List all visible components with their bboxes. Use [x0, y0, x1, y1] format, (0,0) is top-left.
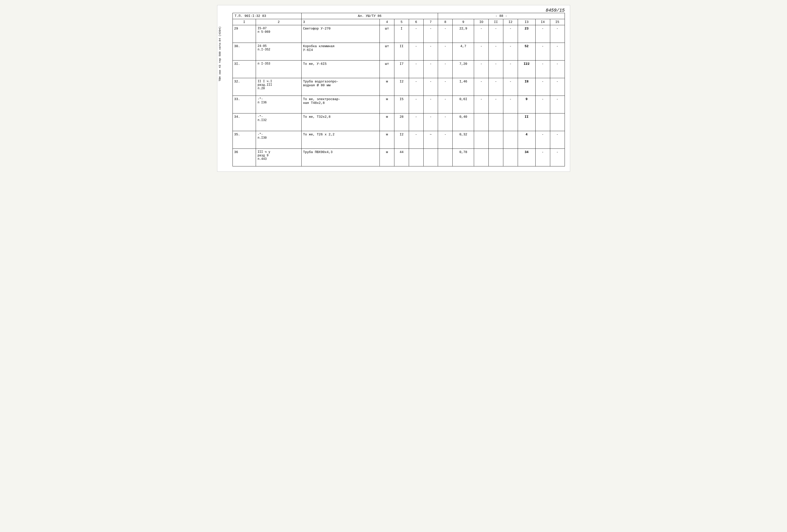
row-cell-7: -: [423, 61, 438, 78]
side-label: ТВН зак 43 тир 500 хата-84 (4394): [217, 25, 222, 82]
row-cell-15: -: [550, 149, 565, 166]
row-cell-4: шт: [380, 43, 395, 61]
row-cell-13: 9: [518, 96, 535, 113]
row-cell-15: -: [550, 78, 565, 96]
row-cell-6: -: [409, 25, 423, 43]
row-name: То же, У-6I5: [301, 61, 380, 78]
row-name: То же, Т26 х 2,2: [301, 131, 380, 149]
row-number: 29: [233, 25, 256, 43]
row-cell-10: [474, 149, 489, 166]
row-cell-7: ~: [423, 131, 438, 149]
row-code: 24-05 п.I-352: [256, 43, 301, 61]
row-cell-9: I,46: [453, 78, 474, 96]
row-cell-10: -: [474, 25, 489, 43]
row-cell-5: 28: [395, 113, 409, 131]
row-cell-13: 23: [518, 25, 535, 43]
row-cell-14: -: [535, 96, 550, 113]
row-cell-6: -: [409, 113, 423, 131]
row-cell-11: [489, 131, 503, 149]
row-cell-4: м: [380, 149, 395, 166]
row-cell-4: шт: [380, 25, 395, 43]
row-cell-7: -: [423, 43, 438, 61]
row-cell-12: -: [503, 25, 518, 43]
col-header-2: 2: [256, 19, 301, 25]
row-code: -"- п.I30: [256, 131, 301, 149]
row-cell-14: -: [535, 149, 550, 166]
row-cell-10: [474, 113, 489, 131]
row-cell-9: 22,9: [453, 25, 474, 43]
row-cell-15: -: [550, 25, 565, 43]
row-cell-12: -: [503, 61, 518, 78]
col-header-12: I2: [503, 19, 518, 25]
row-cell-10: -: [474, 61, 489, 78]
row-cell-11: -: [489, 96, 503, 113]
header-col2: Ал. УШ/ТУ 86: [301, 13, 438, 19]
row-cell-5: I2: [395, 131, 409, 149]
row-cell-12: [503, 131, 518, 149]
row-cell-6: -: [409, 61, 423, 78]
row-cell-11: -: [489, 43, 503, 61]
row-cell-11: [489, 113, 503, 131]
row-cell-10: -: [474, 96, 489, 113]
page-number: 8459/15: [546, 8, 565, 13]
row-cell-5: I2: [395, 78, 409, 96]
row-number: 3I.: [233, 61, 256, 78]
row-cell-15: -: [550, 43, 565, 61]
col-header-14: I4: [535, 19, 550, 25]
page-container: 8459/15 ТВН зак 43 тир 500 хата-84 (4394…: [217, 5, 570, 172]
row-cell-9: 7,20: [453, 61, 474, 78]
row-cell-8: -: [438, 25, 453, 43]
row-number: 35.: [233, 131, 256, 149]
row-cell-9: 0,6I: [453, 96, 474, 113]
row-cell-4: м: [380, 78, 395, 96]
row-cell-12: -: [503, 43, 518, 61]
row-cell-5: I7: [395, 61, 409, 78]
col-header-13: I3: [518, 19, 535, 25]
row-cell-11: -: [489, 61, 503, 78]
table-row: 29I5-07 п 5-069Светофор У-270штI---22,9-…: [233, 25, 565, 43]
row-cell-8: -: [438, 78, 453, 96]
row-cell-6: -: [409, 131, 423, 149]
header-col1: Т.П. 90I-I-32 83: [233, 13, 301, 19]
col-header-15: I5: [550, 19, 565, 25]
row-name: То же, Т32х2,8: [301, 113, 380, 131]
row-cell-7: [423, 149, 438, 166]
row-cell-14: -: [535, 78, 550, 96]
row-cell-14: -: [535, 25, 550, 43]
main-table: Т.П. 90I-I-32 83 Ал. УШ/ТУ 86 - 88 - I 2…: [233, 13, 565, 166]
row-cell-9: 0,78: [453, 149, 474, 166]
row-cell-7: -: [423, 113, 438, 131]
row-cell-4: м: [380, 131, 395, 149]
header-info-row: Т.П. 90I-I-32 83 Ал. УШ/ТУ 86 - 88 -: [233, 13, 565, 19]
row-cell-7: -: [423, 96, 438, 113]
row-cell-6: [409, 149, 423, 166]
row-cell-14: [535, 113, 550, 131]
row-cell-5: 44: [395, 149, 409, 166]
row-number: 30.: [233, 43, 256, 61]
row-cell-4: шт: [380, 61, 395, 78]
row-cell-14: -: [535, 43, 550, 61]
table-row: 33.-"- п I36То же, электросвар- ная Т48х…: [233, 96, 565, 113]
row-number: 36: [233, 149, 256, 166]
header-col3: - 88 -: [438, 13, 565, 19]
row-cell-15: [550, 113, 565, 131]
row-cell-13: 34: [518, 149, 535, 166]
row-cell-13: 52: [518, 43, 535, 61]
row-cell-11: -: [489, 25, 503, 43]
table-row: 32.II I ч.I разд.III п.20Труба водогазоп…: [233, 78, 565, 96]
col-header-7: 7: [423, 19, 438, 25]
row-cell-13: 4: [518, 131, 535, 149]
row-cell-5: I: [395, 25, 409, 43]
row-cell-12: -: [503, 96, 518, 113]
col-header-10: IO: [474, 19, 489, 25]
row-cell-9: 0,40: [453, 113, 474, 131]
column-headers-row: I 2 3 4 5 6 7 8 9 IO II I2 I3 I4 I5: [233, 19, 565, 25]
col-header-5: 5: [395, 19, 409, 25]
row-cell-15: -: [550, 61, 565, 78]
col-header-11: II: [489, 19, 503, 25]
row-code: II I ч.I разд.III п.20: [256, 78, 301, 96]
row-cell-14: -: [535, 131, 550, 149]
row-cell-10: -: [474, 43, 489, 61]
row-code: III ч у разд 9 п.443: [256, 149, 301, 166]
row-cell-8: -: [438, 43, 453, 61]
